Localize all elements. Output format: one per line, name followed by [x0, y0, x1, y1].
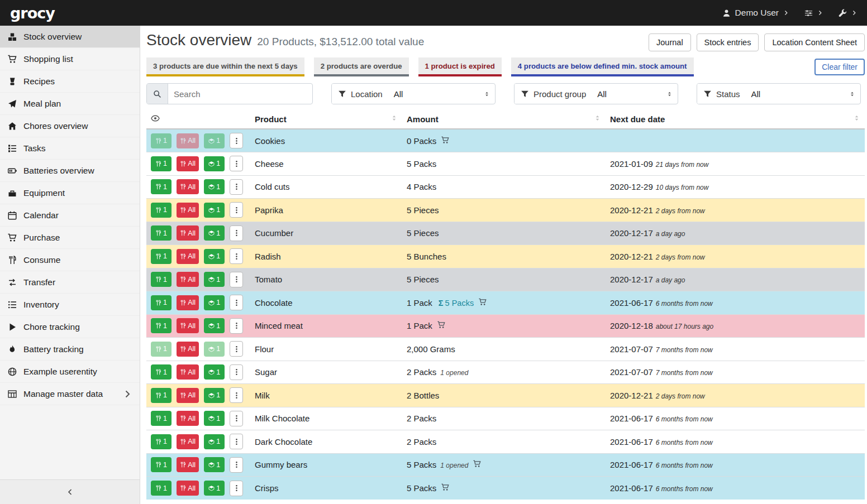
- row-menu-button[interactable]: [230, 225, 243, 241]
- product-name[interactable]: Radish: [250, 245, 402, 268]
- consume-all-button[interactable]: All: [177, 272, 199, 287]
- consume-all-button[interactable]: All: [177, 225, 199, 241]
- consume-one-button[interactable]: 1: [151, 225, 172, 241]
- row-menu-button[interactable]: [230, 457, 243, 473]
- consume-one-button[interactable]: 1: [151, 411, 172, 426]
- open-one-button[interactable]: 1: [204, 179, 225, 194]
- sidebar-item-recipes[interactable]: Recipes: [0, 70, 140, 93]
- sidebar-item-chores-overview[interactable]: Chores overview: [0, 115, 140, 137]
- sidebar-item-batteries-overview[interactable]: Batteries overview: [0, 160, 140, 182]
- stock-entries-button[interactable]: Stock entries: [697, 33, 759, 51]
- row-menu-button[interactable]: [230, 202, 243, 218]
- consume-one-button[interactable]: 1: [151, 434, 172, 449]
- consume-one-button[interactable]: 1: [151, 156, 172, 171]
- sidebar-item-tasks[interactable]: Tasks: [0, 137, 140, 160]
- sidebar-item-manage-master-data[interactable]: Manage master data: [0, 383, 140, 405]
- eye-icon[interactable]: [151, 114, 160, 123]
- open-one-button[interactable]: 1: [204, 481, 225, 496]
- filter-select[interactable]: All: [746, 84, 860, 104]
- search-input[interactable]: [168, 84, 312, 104]
- row-menu-button[interactable]: [230, 364, 243, 380]
- open-one-button[interactable]: 1: [204, 225, 225, 241]
- consume-one-button[interactable]: 1: [151, 203, 172, 218]
- filter-select[interactable]: All: [389, 84, 495, 104]
- status-filter-banner[interactable]: 2 products are overdue: [314, 57, 409, 76]
- open-one-button[interactable]: 1: [204, 364, 225, 380]
- product-name[interactable]: Cucumber: [250, 222, 402, 245]
- app-logo[interactable]: grocy: [10, 4, 55, 22]
- open-one-button[interactable]: 1: [204, 203, 225, 218]
- consume-one-button[interactable]: 1: [151, 481, 172, 496]
- row-menu-button[interactable]: [230, 156, 243, 171]
- clear-filter-button[interactable]: Clear filter: [814, 59, 865, 75]
- sort-icon[interactable]: [390, 114, 398, 122]
- open-one-button[interactable]: 1: [204, 457, 225, 472]
- product-name[interactable]: Paprika: [250, 199, 402, 222]
- open-one-button[interactable]: 1: [204, 342, 225, 357]
- sort-icon[interactable]: [853, 114, 860, 122]
- consume-one-button[interactable]: 1: [151, 342, 172, 357]
- row-menu-button[interactable]: [230, 411, 243, 426]
- product-name[interactable]: Crisps: [250, 477, 402, 500]
- open-one-button[interactable]: 1: [204, 272, 225, 287]
- open-one-button[interactable]: 1: [204, 388, 225, 403]
- row-menu-button[interactable]: [230, 318, 243, 334]
- location-content-sheet-button[interactable]: Location Content Sheet: [764, 33, 865, 51]
- status-filter-banner[interactable]: 1 product is expired: [418, 57, 502, 76]
- consume-all-button[interactable]: All: [177, 434, 199, 449]
- due-date-column-header[interactable]: Next due date: [606, 110, 865, 129]
- product-name[interactable]: Gummy bears: [250, 453, 402, 477]
- product-name[interactable]: Dark Chocolate: [250, 430, 402, 454]
- consume-one-button[interactable]: 1: [151, 133, 172, 148]
- consume-all-button[interactable]: All: [177, 318, 199, 333]
- product-name[interactable]: Tomato: [250, 268, 402, 291]
- consume-all-button[interactable]: All: [177, 457, 199, 472]
- open-one-button[interactable]: 1: [204, 434, 225, 449]
- sidebar-item-transfer[interactable]: Transfer: [0, 271, 140, 294]
- open-one-button[interactable]: 1: [204, 411, 225, 426]
- consume-all-button[interactable]: All: [177, 156, 199, 171]
- product-name[interactable]: Minced meat: [250, 314, 402, 338]
- sidebar-item-purchase[interactable]: Purchase: [0, 227, 140, 249]
- sidebar-item-example-userentity[interactable]: Example userentity: [0, 361, 140, 383]
- amount-column-header[interactable]: Amount: [402, 110, 606, 129]
- sidebar-item-battery-tracking[interactable]: Battery tracking: [0, 338, 140, 361]
- consume-one-button[interactable]: 1: [151, 179, 172, 194]
- sidebar-item-calendar[interactable]: Calendar: [0, 204, 140, 227]
- product-name[interactable]: Flour: [250, 338, 402, 361]
- open-one-button[interactable]: 1: [204, 249, 225, 264]
- product-name[interactable]: Cookies: [250, 129, 402, 152]
- consume-all-button[interactable]: All: [177, 364, 199, 380]
- consume-one-button[interactable]: 1: [151, 457, 172, 472]
- row-menu-button[interactable]: [230, 341, 243, 357]
- sidebar-item-shopping-list[interactable]: Shopping list: [0, 48, 140, 70]
- consume-one-button[interactable]: 1: [151, 318, 172, 333]
- consume-all-button[interactable]: All: [177, 203, 199, 218]
- consume-all-button[interactable]: All: [177, 249, 199, 264]
- product-column-header[interactable]: Product: [250, 110, 402, 129]
- user-menu[interactable]: Demo User: [722, 8, 789, 18]
- consume-all-button[interactable]: All: [177, 388, 199, 403]
- status-filter-banner[interactable]: 3 products are due within the next 5 day…: [146, 57, 304, 76]
- settings-menu[interactable]: [804, 9, 823, 17]
- product-name[interactable]: Cheese: [250, 152, 402, 176]
- consume-all-button[interactable]: All: [177, 481, 199, 496]
- consume-all-button[interactable]: All: [177, 411, 199, 426]
- sidebar-item-stock-overview[interactable]: Stock overview: [0, 26, 140, 48]
- consume-one-button[interactable]: 1: [151, 295, 172, 310]
- consume-all-button[interactable]: All: [177, 342, 199, 357]
- consume-all-button[interactable]: All: [177, 179, 199, 194]
- sidebar-item-meal-plan[interactable]: Meal plan: [0, 93, 140, 115]
- product-name[interactable]: Cold cuts: [250, 175, 402, 199]
- product-name[interactable]: Milk Chocolate: [250, 407, 402, 430]
- status-filter-banner[interactable]: 4 products are below defined min. stock …: [511, 57, 694, 76]
- row-menu-button[interactable]: [230, 387, 243, 403]
- product-name[interactable]: Sugar: [250, 361, 402, 384]
- sidebar-item-consume[interactable]: Consume: [0, 249, 140, 271]
- sidebar-item-equipment[interactable]: Equipment: [0, 182, 140, 204]
- consume-all-button[interactable]: All: [177, 295, 199, 310]
- row-menu-button[interactable]: [230, 272, 243, 287]
- open-one-button[interactable]: 1: [204, 295, 225, 310]
- product-name[interactable]: Chocolate: [250, 291, 402, 315]
- journal-button[interactable]: Journal: [649, 33, 691, 51]
